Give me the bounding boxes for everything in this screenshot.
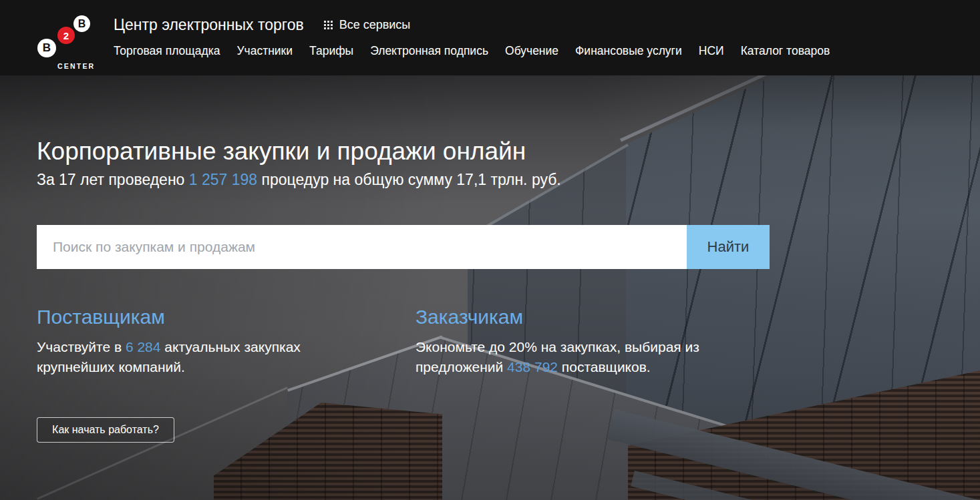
stats-subtitle-suffix: процедур на общую сумму 17,1 трлн. руб. xyxy=(257,171,561,188)
suppliers-text-prefix: Участвуйте в xyxy=(37,339,126,354)
logo-circle-2: 2 xyxy=(57,27,75,44)
hero-section: Корпоративные закупки и продажи онлайн З… xyxy=(0,75,980,500)
suppliers-text: Участвуйте в 6 284 актуальных закупках к… xyxy=(37,337,351,377)
customers-text-suffix: поставщиков. xyxy=(558,359,651,374)
page-title: Корпоративные закупки и продажи онлайн xyxy=(37,138,526,166)
active-purchases-count[interactable]: 6 284 xyxy=(126,339,161,354)
suppliers-section: Поставщикам Участвуйте в 6 284 актуальны… xyxy=(37,306,351,377)
customers-section: Заказчикам Экономьте до 20% на закупках,… xyxy=(416,306,717,377)
logo-caption: CENTER xyxy=(57,62,95,70)
logo-circle-b-top: B xyxy=(73,15,90,32)
all-services-button[interactable]: Все сервисы xyxy=(324,18,411,32)
suppliers-heading[interactable]: Поставщикам xyxy=(37,306,351,328)
site-title: Центр электронных торгов xyxy=(114,16,304,34)
logo-circle-b-bottom: B xyxy=(37,39,56,57)
nav-digital-signature[interactable]: Электронная подпись xyxy=(370,44,488,58)
how-to-start-button[interactable]: Как начать работать? xyxy=(37,417,174,443)
logo-letter-b-bottom: B xyxy=(43,41,51,55)
all-services-label: Все сервисы xyxy=(339,18,411,32)
header: B 2 B CENTER Центр электронных торгов Вс… xyxy=(0,0,980,75)
main-nav: Торговая площадка Участники Тарифы Элект… xyxy=(114,44,846,58)
apps-grid-icon xyxy=(324,21,333,29)
nav-tariffs[interactable]: Тарифы xyxy=(309,44,353,58)
logo-letter-b-top: B xyxy=(78,18,86,30)
nav-product-catalog[interactable]: Каталог товаров xyxy=(741,44,830,58)
suppliers-count[interactable]: 438 792 xyxy=(507,359,558,374)
nav-financial-services[interactable]: Финансовые услуги xyxy=(575,44,682,58)
b2b-center-logo[interactable]: B 2 B CENTER xyxy=(35,13,102,71)
nav-training[interactable]: Обучение xyxy=(505,44,558,58)
logo-digit-2: 2 xyxy=(63,30,69,41)
procedures-count[interactable]: 1 257 198 xyxy=(189,171,257,188)
stats-subtitle-prefix: За 17 лет проведено xyxy=(37,171,189,188)
stats-subtitle: За 17 лет проведено 1 257 198 процедур н… xyxy=(37,171,561,189)
nav-participants[interactable]: Участники xyxy=(236,44,293,58)
search-button[interactable]: Найти xyxy=(687,225,770,269)
nav-trading-platform[interactable]: Торговая площадка xyxy=(114,44,220,58)
customers-text: Экономьте до 20% на закупках, выбирая из… xyxy=(416,337,717,377)
nav-nsi[interactable]: НСИ xyxy=(699,44,724,58)
customers-heading[interactable]: Заказчикам xyxy=(416,306,717,328)
search-input[interactable] xyxy=(37,225,687,269)
search-bar: Найти xyxy=(37,225,770,269)
